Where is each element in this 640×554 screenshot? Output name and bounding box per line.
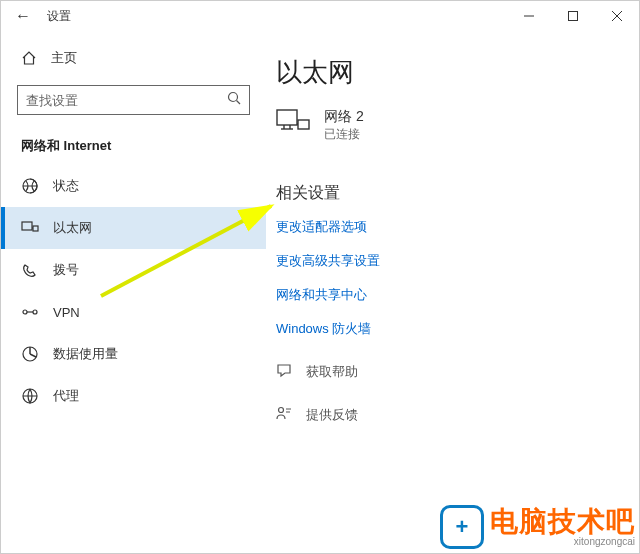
watermark: + 电脑技术吧 xitongzongcai	[440, 505, 635, 549]
dialup-icon	[21, 261, 39, 279]
svg-point-10	[23, 310, 27, 314]
data-usage-icon	[21, 345, 39, 363]
sidebar-item-data-usage[interactable]: 数据使用量	[1, 333, 266, 375]
get-help[interactable]: 获取帮助	[276, 362, 615, 381]
sidebar-item-status[interactable]: 状态	[1, 165, 266, 207]
status-icon	[21, 177, 39, 195]
svg-point-11	[33, 310, 37, 314]
sidebar-item-vpn[interactable]: VPN	[1, 291, 266, 333]
network-block[interactable]: 网络 2 已连接	[276, 108, 615, 143]
search-box[interactable]	[17, 85, 250, 115]
link-network-sharing-center[interactable]: 网络和共享中心	[276, 286, 615, 304]
get-help-label: 获取帮助	[306, 363, 358, 381]
related-settings-heading: 相关设置	[276, 183, 615, 204]
svg-rect-8	[33, 226, 38, 231]
give-feedback[interactable]: 提供反馈	[276, 405, 615, 424]
svg-rect-15	[277, 110, 297, 125]
back-arrow-icon[interactable]: ←	[7, 3, 39, 29]
svg-rect-19	[298, 120, 309, 129]
close-button[interactable]	[595, 1, 639, 31]
vpn-icon	[21, 303, 39, 321]
sidebar-home-label: 主页	[51, 49, 77, 67]
window-title: 设置	[47, 8, 71, 25]
link-windows-firewall[interactable]: Windows 防火墙	[276, 320, 615, 338]
svg-point-21	[279, 408, 284, 413]
sidebar-item-label: 状态	[53, 177, 79, 195]
svg-line-5	[237, 101, 241, 105]
sidebar-home[interactable]: 主页	[1, 41, 266, 75]
give-feedback-label: 提供反馈	[306, 406, 358, 424]
sidebar-item-label: 数据使用量	[53, 345, 118, 363]
watermark-text: 电脑技术吧	[490, 508, 635, 536]
svg-rect-7	[22, 222, 32, 230]
network-status: 已连接	[324, 126, 364, 143]
minimize-button[interactable]	[507, 1, 551, 31]
ethernet-icon	[21, 219, 39, 237]
help-icon	[276, 362, 294, 381]
watermark-subtext: xitongzongcai	[490, 536, 635, 547]
link-change-advanced-sharing[interactable]: 更改高级共享设置	[276, 252, 615, 270]
sidebar-item-proxy[interactable]: 代理	[1, 375, 266, 417]
home-icon	[21, 50, 37, 66]
watermark-logo-icon: +	[440, 505, 484, 549]
sidebar-section-title: 网络和 Internet	[1, 131, 266, 165]
network-icon	[276, 108, 310, 140]
sidebar-item-label: 代理	[53, 387, 79, 405]
sidebar: 主页 网络和 Internet 状态 以太网	[1, 31, 266, 553]
maximize-button[interactable]	[551, 1, 595, 31]
content: 以太网 网络 2 已连接 相关设置 更改适配器选项 更改高级共享设置 网络和共享…	[266, 31, 639, 553]
sidebar-item-dialup[interactable]: 拨号	[1, 249, 266, 291]
network-name: 网络 2	[324, 108, 364, 126]
page-title: 以太网	[276, 55, 615, 90]
link-change-adapter-options[interactable]: 更改适配器选项	[276, 218, 615, 236]
sidebar-item-ethernet[interactable]: 以太网	[1, 207, 266, 249]
titlebar: ← 设置	[1, 1, 639, 31]
sidebar-item-label: VPN	[53, 305, 80, 320]
svg-point-4	[229, 93, 238, 102]
sidebar-item-label: 拨号	[53, 261, 79, 279]
sidebar-item-label: 以太网	[53, 219, 92, 237]
svg-rect-1	[569, 12, 578, 21]
search-input[interactable]	[18, 86, 249, 114]
feedback-icon	[276, 405, 294, 424]
proxy-icon	[21, 387, 39, 405]
search-icon	[227, 91, 241, 109]
